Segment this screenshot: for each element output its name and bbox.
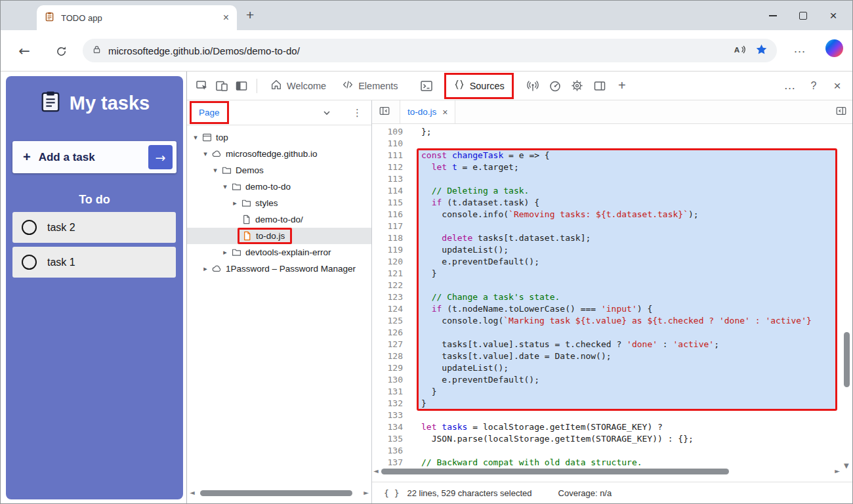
tree-item-1password-password-manager[interactable]: ▸1Password – Password Manager	[187, 261, 371, 277]
line-number[interactable]: 125	[372, 315, 403, 327]
line-number[interactable]: 114	[372, 185, 403, 197]
gauge-icon[interactable]	[545, 76, 565, 96]
sidebar-toggle-icon[interactable]	[835, 105, 847, 119]
editor-tab-close-icon[interactable]: ×	[442, 107, 447, 117]
tree-item-demo-to-do[interactable]: demo-to-do/	[187, 211, 371, 228]
tree-item-devtools-explain-error[interactable]: ▸devtools-explain-error	[187, 244, 371, 261]
line-number[interactable]: 120	[372, 256, 403, 268]
scrollbar-thumb[interactable]	[200, 490, 352, 496]
tree-item-top[interactable]: ▾top	[187, 129, 371, 146]
read-aloud-icon[interactable]: A	[733, 43, 746, 58]
line-number[interactable]: 115	[372, 197, 403, 209]
chevron-down-icon[interactable]: ▾	[191, 133, 200, 142]
line-number[interactable]: 111	[372, 150, 403, 161]
code-line-126[interactable]: 126	[372, 327, 841, 339]
line-number[interactable]: 121	[372, 268, 403, 280]
refresh-button[interactable]	[53, 43, 69, 59]
task-item[interactable]: task 2	[12, 212, 176, 243]
antenna-icon[interactable]	[523, 76, 543, 96]
inspect-icon[interactable]	[192, 76, 212, 96]
code-line-120[interactable]: 120 e.preventDefault();	[372, 256, 841, 268]
url-text[interactable]: microsoftedge.github.io/Demos/demo-to-do…	[108, 45, 726, 56]
maximize-button[interactable]	[788, 1, 818, 30]
tree-item-content[interactable]: devtools-explain-error	[230, 245, 335, 259]
dock-panel-icon[interactable]	[232, 76, 251, 96]
tab-welcome[interactable]: Welcome	[262, 72, 334, 100]
line-number[interactable]: 119	[372, 244, 403, 256]
navigator-toggle-icon[interactable]	[379, 105, 390, 119]
code-line-125[interactable]: 125 console.log(`Marking task ${t.value}…	[372, 315, 841, 327]
tab-close-icon[interactable]: ×	[223, 12, 229, 23]
navigator-hscrollbar[interactable]: ◄ ►	[188, 488, 370, 498]
tree-item-content[interactable]: Demos	[220, 163, 268, 177]
line-number[interactable]: 137	[372, 457, 403, 469]
code-line-123[interactable]: 123 // Change a task's state.	[372, 291, 841, 303]
devtools-menu-icon[interactable]: …	[780, 76, 800, 96]
tree-item-content[interactable]: 1Password – Password Manager	[210, 262, 360, 276]
console-icon[interactable]	[417, 76, 436, 96]
scroll-left-icon[interactable]: ◄	[373, 468, 379, 474]
line-number[interactable]: 129	[372, 362, 403, 374]
editor-tab-todojs[interactable]: to-do.js ×	[400, 100, 455, 123]
line-number[interactable]: 123	[372, 291, 403, 303]
line-number[interactable]: 112	[372, 161, 403, 173]
code-line-112[interactable]: 112 let t = e.target;	[372, 161, 841, 173]
line-number[interactable]: 109	[372, 126, 403, 138]
tree-item-demo-to-do[interactable]: ▾demo-to-do	[187, 178, 371, 195]
code-line-116[interactable]: 116 console.info(`Removing tasks: ${t.da…	[372, 209, 841, 220]
tab-elements[interactable]: Elements	[334, 72, 406, 100]
code-line-119[interactable]: 119 updateList();	[372, 244, 841, 256]
copilot-icon[interactable]	[825, 39, 843, 57]
line-number[interactable]: 131	[372, 386, 403, 398]
code-line-109[interactable]: 109};	[372, 126, 841, 138]
code-line-113[interactable]: 113	[372, 173, 841, 185]
back-button[interactable]: ←	[16, 43, 32, 59]
devtools-close-icon[interactable]: ×	[827, 76, 847, 96]
task-checkbox[interactable]	[22, 220, 37, 235]
file-tree[interactable]: ▾top▾microsoftedge.github.io▾Demos▾demo-…	[187, 125, 371, 484]
browser-tab[interactable]: TODO app ×	[37, 5, 237, 30]
minimize-button[interactable]	[758, 1, 788, 30]
code-line-128[interactable]: 128 tasks[t.value].date = Date.now();	[372, 350, 841, 362]
line-number[interactable]: 135	[372, 433, 403, 445]
scrollbar-thumb[interactable]	[844, 332, 850, 387]
favorite-star-icon[interactable]	[755, 43, 768, 58]
line-number[interactable]: 132	[372, 398, 403, 410]
line-number[interactable]: 128	[372, 350, 403, 362]
code-line-129[interactable]: 129 updateList();	[372, 362, 841, 374]
line-number[interactable]: 126	[372, 327, 403, 339]
scroll-left-icon[interactable]: ◄	[190, 490, 195, 496]
submit-arrow-icon[interactable]: →	[148, 145, 173, 169]
code-line-121[interactable]: 121 }	[372, 268, 841, 280]
line-number[interactable]: 136	[372, 445, 403, 457]
scroll-down-icon[interactable]: ▼	[844, 462, 849, 469]
code-editor[interactable]: 109};110111const changeTask = e => {112 …	[372, 124, 841, 471]
add-task-button[interactable]: + Add a task →	[12, 141, 177, 173]
code-line-136[interactable]: 136	[372, 445, 841, 457]
chevron-down-icon[interactable]	[322, 108, 331, 120]
chevron-down-icon[interactable]: ▾	[211, 166, 220, 175]
tree-item-content[interactable]: demo-to-do	[230, 180, 295, 194]
tree-item-content[interactable]: to-do.js	[238, 228, 292, 244]
chevron-down-icon[interactable]: ▾	[220, 182, 230, 191]
tree-item-content[interactable]: top	[200, 131, 232, 144]
add-tools-icon[interactable]: +	[612, 76, 632, 96]
line-number[interactable]: 117	[372, 220, 403, 232]
chevron-down-icon[interactable]: ▾	[201, 150, 210, 158]
device-toolbar-icon[interactable]	[212, 76, 232, 96]
code-line-118[interactable]: 118 delete tasks[t.dataset.task];	[372, 232, 841, 244]
task-checkbox[interactable]	[22, 255, 37, 270]
format-code-button[interactable]: { }	[384, 488, 399, 498]
tree-item-content[interactable]: microsoftedge.github.io	[210, 147, 322, 161]
line-number[interactable]: 134	[372, 421, 403, 433]
tree-item-content[interactable]: demo-to-do/	[239, 213, 307, 226]
window-close-button[interactable]: ×	[818, 1, 848, 30]
code-line-137[interactable]: 137// Backward compat with old data stru…	[372, 457, 841, 469]
navigator-more-icon[interactable]: ⋮	[352, 107, 362, 119]
line-number[interactable]: 130	[372, 374, 403, 386]
code-line-122[interactable]: 122	[372, 280, 841, 291]
navigator-tab-page[interactable]: Page	[191, 102, 228, 123]
tree-item-to-do-js[interactable]: to-do.js	[187, 228, 371, 244]
help-icon[interactable]: ?	[804, 76, 823, 96]
tab-sources[interactable]: Sources	[446, 72, 512, 100]
